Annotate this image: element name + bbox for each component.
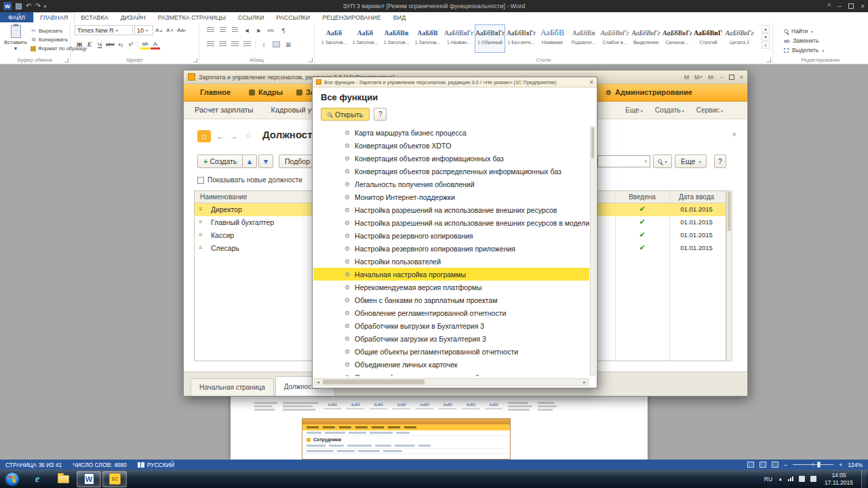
list-item[interactable]: ⚙Конвертация объектов XDTO bbox=[313, 139, 589, 152]
scrollbar-thumb[interactable] bbox=[323, 380, 425, 384]
table-vertical-scrollbar[interactable] bbox=[726, 190, 732, 361]
scrollbar-thumb[interactable] bbox=[591, 127, 594, 159]
line-spacing-button[interactable]: ↕ bbox=[258, 39, 269, 49]
tab-design[interactable]: ДИЗАЙН bbox=[115, 12, 152, 22]
page-indicator[interactable]: СТРАНИЦА 36 ИЗ 41 bbox=[5, 462, 62, 468]
list-item[interactable]: ⚙Настройка разрешений на использование в… bbox=[313, 216, 589, 229]
paste-button[interactable]: Вставить ▾ bbox=[4, 25, 27, 52]
list-item[interactable]: ⚙Объединение личных карточек bbox=[313, 358, 589, 371]
close-button[interactable]: × bbox=[861, 3, 865, 10]
section-administration[interactable]: ⚙Администрирование bbox=[606, 88, 692, 96]
shrink-font-button[interactable]: А▼ bbox=[165, 25, 175, 35]
list-item[interactable]: ⚙Конвертация объектов информационных баз bbox=[313, 152, 589, 165]
style-chip[interactable]: АаБбВв1 Заголов... bbox=[381, 24, 412, 53]
font-color-button[interactable]: А bbox=[151, 39, 160, 49]
grow-font-button[interactable]: А▲ bbox=[155, 25, 164, 35]
list-item[interactable]: ⚙Карта маршрута бизнес процесса bbox=[313, 126, 589, 139]
list-item[interactable]: ⚙Обработчики выгрузки в Бухгалтерия 3 bbox=[313, 319, 589, 332]
taskbar-explorer-button[interactable] bbox=[51, 471, 75, 487]
zoom-out-button[interactable]: − bbox=[784, 462, 787, 468]
style-chip[interactable]: АаБб1 Заголов... bbox=[319, 24, 349, 53]
bullets-button[interactable] bbox=[205, 25, 216, 35]
scrollbar-thumb[interactable] bbox=[728, 192, 731, 231]
justify-button[interactable] bbox=[241, 39, 252, 49]
style-chip[interactable]: АаБбВвГгЦитата 2 bbox=[724, 24, 755, 53]
action-center-icon[interactable] bbox=[810, 476, 816, 482]
bold-button[interactable]: Ж bbox=[75, 39, 84, 49]
dialog-help-button[interactable]: ? bbox=[374, 108, 387, 121]
create-menu-button[interactable]: Создать▾ bbox=[655, 106, 684, 114]
list-item[interactable]: ⚙Обмен с банками по зарплатным проектам bbox=[313, 293, 589, 306]
list-item[interactable]: ⚙Настройка разрешений на использование в… bbox=[313, 203, 589, 216]
calc-m-minus-button[interactable]: М- bbox=[708, 74, 715, 81]
list-item[interactable]: ⚙Конвертация объектов распределенных инф… bbox=[313, 165, 589, 178]
list-item[interactable]: ⚙Настройка резервного копирования прилож… bbox=[313, 242, 589, 255]
text-highlight-button[interactable]: ab bbox=[140, 39, 150, 49]
open-button[interactable]: Открыть bbox=[321, 108, 370, 121]
network-icon[interactable] bbox=[788, 476, 793, 481]
find-button[interactable]: Найти▾ bbox=[784, 26, 824, 36]
list-item[interactable]: ⚙Обновление регламентированной отчетност… bbox=[313, 306, 589, 319]
tab-review[interactable]: РЕЦЕНЗИРОВАНИЕ bbox=[316, 12, 387, 22]
style-chip[interactable]: АаБб1 Заголов... bbox=[350, 24, 380, 53]
taskbar-word-button[interactable]: W bbox=[77, 471, 101, 487]
onec-close-button[interactable]: × bbox=[740, 74, 743, 81]
maximize-button[interactable] bbox=[848, 3, 854, 9]
tab-page-layout[interactable]: РАЗМЕТКА СТРАНИЦЫ bbox=[152, 12, 232, 22]
styles-gallery-expand-button[interactable]: ≡ bbox=[762, 41, 770, 49]
more-actions-button[interactable]: Еще▾ bbox=[675, 155, 707, 168]
style-chip[interactable]: АаБбВвПодзагол... bbox=[568, 24, 599, 53]
create-button[interactable]: +Создать bbox=[197, 155, 243, 168]
style-chip[interactable]: АаБбВвГгСильное... bbox=[662, 24, 692, 53]
sort-button[interactable]: АЯ↓ bbox=[266, 25, 277, 35]
save-icon[interactable] bbox=[16, 3, 22, 9]
style-chip[interactable]: АаБбВвГг1 Назван... bbox=[443, 24, 474, 53]
language-switcher[interactable]: RU bbox=[764, 476, 772, 483]
volume-icon[interactable] bbox=[799, 476, 805, 482]
align-left-button[interactable] bbox=[205, 39, 216, 49]
style-chip[interactable]: АаБбВвГгСтрогий bbox=[693, 24, 724, 53]
list-item[interactable]: ⚙Настройка резервного копирования bbox=[313, 229, 589, 242]
ribbon-options-icon[interactable]: ^ bbox=[828, 3, 831, 10]
underline-button[interactable]: Ч bbox=[95, 39, 104, 49]
calc-m-plus-button[interactable]: М+ bbox=[694, 74, 703, 81]
dialog-close-button[interactable]: × bbox=[584, 79, 593, 86]
section-hr[interactable]: Кадры bbox=[249, 88, 283, 96]
read-mode-button[interactable] bbox=[747, 462, 754, 468]
list-item[interactable]: ⚙Настройки пользователей bbox=[313, 255, 589, 268]
onec-maximize-button[interactable] bbox=[729, 75, 734, 80]
onec-minimize-button[interactable]: − bbox=[720, 74, 724, 81]
align-right-button[interactable] bbox=[229, 39, 240, 49]
move-up-button[interactable]: ▲ bbox=[242, 155, 257, 168]
tab-file[interactable]: ФАЙЛ bbox=[0, 12, 33, 22]
scroll-right-icon[interactable]: ► bbox=[581, 380, 588, 384]
style-chip[interactable]: АаБбВНазвание bbox=[537, 24, 568, 53]
decrease-indent-button[interactable]: ◄ bbox=[241, 25, 252, 35]
favorite-star-icon[interactable]: ☆ bbox=[245, 131, 252, 140]
word-count[interactable]: ЧИСЛО СЛОВ: 4680 bbox=[73, 462, 127, 468]
quick-access-dropdown-icon[interactable]: ▾ bbox=[44, 4, 47, 9]
back-button[interactable]: ← bbox=[216, 131, 224, 141]
zoom-slider-thumb[interactable] bbox=[817, 462, 821, 468]
help-button[interactable]: ? bbox=[714, 155, 726, 168]
zoom-slider[interactable] bbox=[793, 464, 833, 465]
list-item[interactable]: ⚙Открытие форм регламентированной отчетн… bbox=[313, 371, 589, 376]
font-family-select[interactable]: Times New R▾ bbox=[75, 25, 133, 35]
styles-scroll-up-button[interactable]: ▲ bbox=[762, 25, 770, 33]
forward-button[interactable]: → bbox=[230, 131, 238, 141]
dialog-horizontal-scrollbar[interactable]: ◄ ► bbox=[314, 378, 589, 386]
italic-button[interactable]: К bbox=[85, 39, 94, 49]
multilevel-list-button[interactable] bbox=[229, 25, 240, 35]
styles-scroll-down-button[interactable]: ▼ bbox=[762, 33, 770, 41]
zoom-level[interactable]: 124% bbox=[848, 462, 863, 468]
print-layout-button[interactable] bbox=[760, 462, 766, 468]
shading-button[interactable] bbox=[271, 39, 281, 49]
search-input[interactable]: × bbox=[597, 155, 650, 167]
subscript-button[interactable]: x₂ bbox=[116, 39, 125, 49]
borders-button[interactable]: ⊞ bbox=[283, 39, 294, 49]
calc-m-button[interactable]: М bbox=[684, 74, 689, 81]
web-layout-button[interactable] bbox=[772, 462, 778, 468]
dialog-vertical-scrollbar[interactable] bbox=[590, 126, 595, 375]
font-size-select[interactable]: 10▾ bbox=[134, 25, 153, 35]
show-formatting-button[interactable]: ¶ bbox=[278, 25, 289, 35]
